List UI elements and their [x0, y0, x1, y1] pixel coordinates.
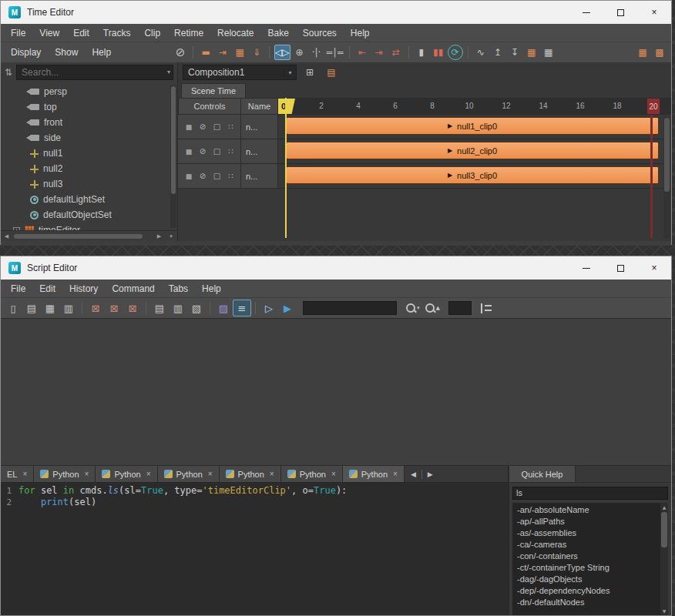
- track-mute-icon[interactable]: ⊘: [200, 172, 206, 180]
- tab-close-icon[interactable]: ×: [146, 470, 151, 478]
- time-ruler[interactable]: 0 2 4 6 8 10 12 14 16 18 20: [278, 98, 671, 115]
- search-dropdown-icon[interactable]: ▾: [167, 69, 170, 75]
- menu-tracks[interactable]: Tracks: [96, 25, 138, 42]
- quick-help-scrollbar[interactable]: ▲ ▼: [660, 503, 668, 616]
- menu-edit[interactable]: Edit: [32, 280, 62, 297]
- code-editor[interactable]: 1 for sel in cmds. ls (sl= True , type= …: [1, 483, 508, 615]
- tab-close-icon[interactable]: ×: [393, 470, 398, 478]
- track-active-checkbox[interactable]: ■: [186, 172, 193, 180]
- track-ghost-icon[interactable]: ∷: [228, 147, 233, 156]
- clip-null2[interactable]: ▶ null2_clip0: [286, 142, 659, 159]
- tab-close-icon[interactable]: ×: [331, 470, 336, 478]
- menu-tabs[interactable]: Tabs: [162, 280, 195, 297]
- clip-play-icon[interactable]: ▶: [448, 122, 452, 129]
- maximize-button[interactable]: [603, 256, 637, 280]
- clip-null3[interactable]: ▶ null3_clip0: [286, 166, 659, 184]
- quick-help-item[interactable]: -ap/-allPaths: [512, 516, 668, 527]
- tab-python-5[interactable]: Python×: [281, 466, 343, 482]
- loop-clip-icon[interactable]: ▮▮: [431, 45, 446, 60]
- search-input[interactable]: [16, 65, 173, 80]
- save-script-icon[interactable]: ▦: [41, 300, 59, 316]
- history-pane[interactable]: [1, 318, 671, 466]
- echo-all-commands-icon[interactable]: ▤: [150, 300, 169, 316]
- spreadsheet-icon[interactable]: ▦: [635, 45, 650, 60]
- tab-python-2[interactable]: Python×: [96, 466, 157, 482]
- track-mute-icon[interactable]: ⊘: [200, 147, 206, 156]
- menu-clip[interactable]: Clip: [137, 25, 167, 42]
- insert-gap-icon[interactable]: ·|·: [309, 45, 324, 60]
- composition-stack-icon[interactable]: ▤: [324, 65, 339, 80]
- command-outline-icon[interactable]: [481, 303, 492, 313]
- menu-file[interactable]: File: [4, 280, 32, 297]
- tab-python-4[interactable]: Python×: [220, 466, 281, 482]
- tree-item-null3[interactable]: null3: [1, 176, 177, 192]
- clear-input-icon[interactable]: ⊠: [105, 300, 123, 316]
- mute-clips-icon[interactable]: ⊘: [173, 45, 188, 60]
- tree-item-null1[interactable]: null1: [1, 146, 177, 161]
- scroll-left-icon[interactable]: ◀: [1, 233, 12, 239]
- track-lane[interactable]: ▶ null3_clip0: [278, 164, 671, 188]
- clip-play-icon[interactable]: ▶: [448, 147, 452, 154]
- current-time-line[interactable]: [285, 98, 287, 238]
- tab-scroll-right-icon[interactable]: ▶: [428, 470, 433, 478]
- track-solo-icon[interactable]: □: [213, 147, 220, 156]
- range-end-marker[interactable]: 20: [647, 99, 660, 114]
- track-name[interactable]: n...: [241, 139, 278, 163]
- scrollbar-thumb[interactable]: [664, 118, 670, 192]
- scrollbar-thumb[interactable]: [661, 512, 667, 547]
- quick-help-item[interactable]: -con/-containers: [512, 551, 668, 562]
- track-name[interactable]: n...: [241, 115, 278, 139]
- corner-dropdown-icon[interactable]: ▾: [165, 233, 177, 239]
- menu-help2[interactable]: Help: [85, 44, 118, 61]
- quick-help-item[interactable]: -an/-absoluteName: [512, 504, 668, 516]
- tree-item-null2[interactable]: null2: [1, 161, 177, 176]
- tree-item-timeEditor[interactable]: +timeEditor: [1, 223, 177, 230]
- suppress-output-icon[interactable]: ▥: [169, 300, 187, 316]
- explode-clip-icon[interactable]: ⇓: [249, 45, 264, 60]
- create-clip-icon[interactable]: ▬: [198, 45, 213, 60]
- open-script-icon[interactable]: ▤: [22, 300, 41, 316]
- track-mute-icon[interactable]: ⊘: [200, 122, 206, 131]
- close-gap-icon[interactable]: =|=: [326, 45, 344, 60]
- scale-clip-icon[interactable]: ⇄: [388, 45, 404, 60]
- menu-show[interactable]: Show: [48, 44, 85, 61]
- minimize-button[interactable]: [569, 1, 603, 24]
- export-grid-icon[interactable]: ▦: [524, 45, 539, 60]
- audio-track-icon[interactable]: ∿: [473, 45, 489, 60]
- tree-horizontal-scrollbar[interactable]: ◀ ▶ ▾: [1, 230, 177, 241]
- menu-help[interactable]: Help: [344, 25, 377, 42]
- goto-line-input[interactable]: [448, 301, 472, 315]
- tab-python-1[interactable]: Python×: [34, 466, 96, 482]
- clip-null1[interactable]: ▶ null1_clip0: [286, 117, 659, 135]
- new-composition-icon[interactable]: ⊞: [302, 65, 317, 80]
- maximize-button[interactable]: [603, 1, 637, 24]
- hold-clip-icon[interactable]: ▮: [414, 45, 429, 60]
- scroll-right-icon[interactable]: ▶: [153, 233, 165, 239]
- group-clip-icon[interactable]: ▦: [232, 45, 247, 60]
- quick-help-item[interactable]: -ct/-containerType String: [512, 562, 668, 574]
- tree-item-front[interactable]: front: [1, 115, 177, 130]
- tab-close-icon[interactable]: ×: [85, 470, 89, 478]
- quick-help-item[interactable]: -ca/-cameras: [512, 539, 668, 551]
- suppress-info-icon[interactable]: ▧: [187, 300, 206, 316]
- tab-close-icon[interactable]: ×: [22, 470, 27, 478]
- track-solo-icon[interactable]: □: [213, 172, 220, 180]
- tab-close-icon[interactable]: ×: [270, 470, 274, 478]
- clip-play-icon[interactable]: ▶: [448, 172, 452, 179]
- tree-item-defaultLightSet[interactable]: defaultLightSet: [1, 192, 177, 207]
- menu-help[interactable]: Help: [195, 280, 228, 297]
- clear-history-icon[interactable]: ⊠: [86, 300, 105, 316]
- menu-edit[interactable]: Edit: [66, 25, 96, 42]
- tree-item-persp[interactable]: persp: [1, 84, 177, 99]
- create-clip-options-icon[interactable]: ⇥: [215, 45, 230, 60]
- quick-help-item[interactable]: -dep/-dependencyNodes: [512, 585, 668, 597]
- track-lane[interactable]: ▶ null1_clip0: [278, 115, 671, 139]
- expander-icon[interactable]: +: [13, 227, 20, 231]
- track-lane[interactable]: ▶ null2_clip0: [278, 139, 671, 163]
- snapshot-grid-icon[interactable]: ▦: [541, 45, 556, 60]
- scroll-down-icon[interactable]: ▼: [660, 607, 668, 615]
- menu-retime[interactable]: Retime: [167, 25, 210, 42]
- new-script-icon[interactable]: ▯: [4, 300, 22, 316]
- quick-help-item[interactable]: -dag/-dagObjects: [512, 574, 668, 585]
- execute-icon[interactable]: ▷: [260, 300, 278, 316]
